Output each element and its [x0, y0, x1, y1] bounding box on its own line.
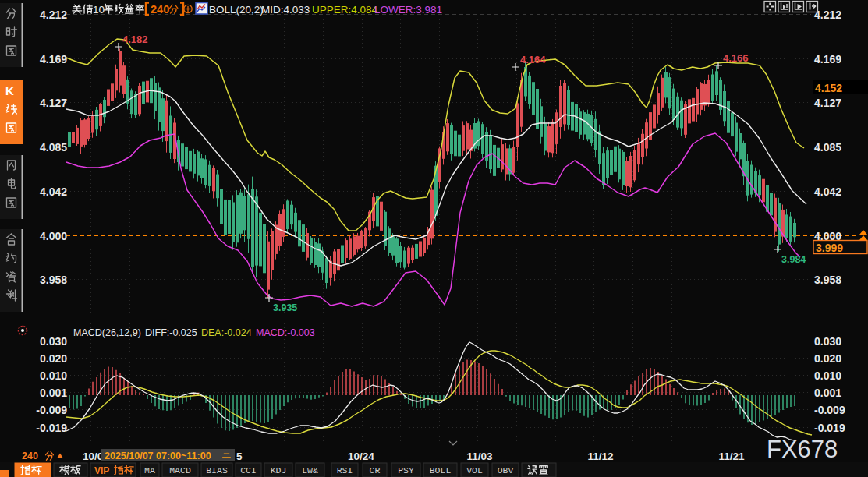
- svg-text:4.042: 4.042: [814, 186, 841, 198]
- svg-text:4.127: 4.127: [40, 97, 67, 109]
- svg-text:3.958: 3.958: [814, 274, 841, 286]
- svg-text:-0.019: -0.019: [36, 422, 67, 434]
- svg-text:VIP: VIP: [94, 465, 109, 476]
- svg-text:-0.019: -0.019: [814, 422, 845, 434]
- svg-text:11/12: 11/12: [587, 450, 613, 462]
- svg-text:MACD:-0.003: MACD:-0.003: [256, 327, 315, 338]
- svg-text:0.001: 0.001: [814, 387, 841, 399]
- svg-text:0.020: 0.020: [40, 352, 67, 365]
- svg-text:4.164: 4.164: [520, 54, 546, 65]
- svg-text:3.999: 3.999: [816, 242, 843, 254]
- svg-text:10: 10: [93, 4, 105, 16]
- svg-text:0.020: 0.020: [814, 352, 841, 365]
- svg-text:4.152: 4.152: [815, 82, 842, 94]
- svg-text:240: 240: [151, 3, 169, 16]
- svg-text:3.984: 3.984: [781, 254, 806, 265]
- svg-text:4.085: 4.085: [814, 141, 841, 154]
- svg-text:0.010: 0.010: [40, 369, 67, 382]
- svg-text:4.166: 4.166: [723, 52, 749, 64]
- svg-text:MACD: MACD: [169, 465, 191, 475]
- svg-text:BOLL: BOLL: [430, 465, 452, 475]
- svg-text:4.182: 4.182: [122, 34, 148, 45]
- svg-text:5: 5: [236, 450, 243, 462]
- svg-text:DIFF:-0.025: DIFF:-0.025: [145, 327, 197, 338]
- svg-text:KDJ: KDJ: [271, 465, 287, 475]
- svg-text:PSY: PSY: [398, 465, 414, 475]
- svg-text:VOL: VOL: [466, 465, 483, 475]
- svg-text:BOLL(20,2): BOLL(20,2): [209, 4, 264, 16]
- svg-text:FX678: FX678: [767, 436, 838, 463]
- svg-text:0.030: 0.030: [814, 335, 841, 348]
- svg-text:-0.009: -0.009: [814, 404, 845, 416]
- svg-text:240: 240: [22, 450, 38, 461]
- svg-text:4.169: 4.169: [814, 53, 841, 65]
- svg-text:LW&: LW&: [302, 465, 318, 475]
- svg-text:11/03: 11/03: [466, 450, 493, 462]
- svg-text:LOWER:3.981: LOWER:3.981: [374, 4, 442, 16]
- svg-text:BIAS: BIAS: [206, 465, 228, 475]
- svg-text:0.030: 0.030: [40, 335, 67, 348]
- svg-text:2025/10/07 07:00~11:00: 2025/10/07 07:00~11:00: [105, 450, 211, 461]
- svg-text:-0.009: -0.009: [36, 404, 67, 416]
- svg-text:4.042: 4.042: [40, 186, 67, 198]
- svg-text:CCI: CCI: [240, 465, 257, 475]
- svg-text:0.001: 0.001: [40, 387, 67, 399]
- svg-text:3.935: 3.935: [273, 302, 297, 313]
- svg-text:DEA:-0.024: DEA:-0.024: [201, 327, 252, 338]
- svg-text:0.010: 0.010: [814, 369, 841, 382]
- svg-text:MA: MA: [144, 465, 155, 475]
- svg-text:4.212: 4.212: [40, 9, 67, 21]
- svg-text:OBV: OBV: [498, 465, 514, 475]
- svg-text:4.212: 4.212: [814, 9, 841, 21]
- svg-text:4.169: 4.169: [40, 53, 67, 65]
- svg-text:CR: CR: [370, 465, 381, 475]
- svg-text:11/21: 11/21: [718, 450, 745, 462]
- svg-text:4.085: 4.085: [40, 141, 67, 154]
- svg-text:K: K: [5, 84, 14, 97]
- svg-text:UPPER:4.084: UPPER:4.084: [312, 4, 378, 16]
- svg-text:MID:4.033: MID:4.033: [261, 4, 310, 16]
- svg-text:3.958: 3.958: [40, 274, 67, 286]
- svg-text:4.000: 4.000: [40, 230, 67, 242]
- svg-text:RSI: RSI: [337, 465, 353, 475]
- svg-text:MACD(26,12,9): MACD(26,12,9): [73, 327, 141, 338]
- svg-text:10/24: 10/24: [348, 450, 374, 462]
- svg-text:4.127: 4.127: [814, 97, 841, 109]
